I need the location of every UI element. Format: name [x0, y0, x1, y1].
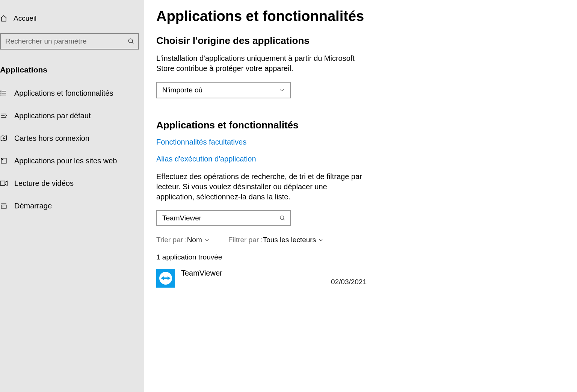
nav-startup[interactable]: Démarrage — [0, 194, 144, 217]
nav-video-playback[interactable]: Lecture de vidéos — [0, 172, 144, 194]
teamviewer-icon — [156, 269, 175, 288]
nav-apps-features[interactable]: Applications et fonctionnalités — [0, 82, 144, 104]
svg-line-1 — [132, 42, 133, 44]
app-row-teamviewer[interactable]: TeamViewer 02/03/2021 — [156, 269, 367, 288]
svg-marker-21 — [168, 276, 171, 280]
list-icon — [0, 90, 8, 96]
svg-rect-16 — [1, 205, 6, 208]
sort-filter-row: Trier par : Nom Filtrer par : Tous les l… — [156, 236, 562, 244]
svg-point-7 — [1, 95, 2, 96]
origin-dropdown-value: N'importe où — [162, 86, 202, 94]
apps-search-input[interactable] — [156, 210, 291, 226]
nav-apps-websites[interactable]: Applications pour les sites web — [0, 149, 144, 172]
nav-label: Applications pour les sites web — [14, 157, 117, 165]
chevron-down-icon — [318, 237, 323, 243]
svg-point-5 — [1, 91, 2, 92]
nav-label: Lecture de vidéos — [14, 179, 74, 188]
app-name: TeamViewer — [181, 269, 222, 277]
exec-alias-link[interactable]: Alias d'exécution d'application — [156, 155, 562, 163]
defaults-icon — [0, 112, 8, 119]
svg-point-18 — [280, 216, 284, 219]
origin-text: L'installation d'applications uniquement… — [156, 53, 367, 74]
svg-point-6 — [1, 93, 2, 93]
nav-label: Démarrage — [14, 202, 52, 210]
nav-label: Cartes hors connexion — [14, 134, 89, 143]
origin-dropdown[interactable]: N'importe où — [156, 82, 291, 98]
nav-label: Applications et fonctionnalités — [14, 89, 113, 98]
home-label: Accueil — [14, 14, 36, 23]
filter-label: Filtrer par : — [228, 236, 263, 244]
startup-icon — [0, 202, 8, 209]
apps-heading: Applications et fonctionnalités — [156, 119, 562, 131]
home-nav[interactable]: Accueil — [0, 11, 144, 26]
svg-marker-15 — [5, 181, 7, 185]
apps-search — [156, 210, 291, 226]
svg-line-19 — [283, 219, 284, 220]
video-icon — [0, 180, 8, 186]
page-title: Applications et fonctionnalités — [156, 8, 562, 24]
nav-label: Applications par défaut — [14, 112, 91, 120]
filter-by[interactable]: Filtrer par : Tous les lecteurs — [228, 236, 323, 244]
svg-rect-22 — [163, 277, 168, 279]
search-icon — [279, 215, 285, 221]
sidebar-search — [0, 33, 139, 50]
origin-heading: Choisir l'origine des applications — [156, 35, 562, 47]
chevron-down-icon — [279, 87, 285, 93]
sort-by[interactable]: Trier par : Nom — [156, 236, 210, 244]
result-count: 1 application trouvée — [156, 253, 562, 261]
sidebar-section-title: Applications — [0, 65, 144, 74]
home-icon — [0, 15, 8, 22]
svg-rect-14 — [0, 181, 5, 185]
nav-offline-maps[interactable]: Cartes hors connexion — [0, 127, 144, 149]
svg-marker-20 — [161, 276, 164, 280]
sidebar: Accueil Applications Applications et fon… — [0, 0, 144, 392]
filter-value: Tous les lecteurs — [263, 236, 316, 244]
open-external-icon — [0, 157, 8, 164]
optional-features-link[interactable]: Fonctionnalités facultatives — [156, 138, 562, 146]
main-content: Applications et fonctionnalités Choisir … — [144, 0, 577, 392]
sort-label: Trier par : — [156, 236, 187, 244]
app-date: 02/03/2021 — [331, 278, 367, 286]
sidebar-search-input[interactable] — [0, 33, 139, 50]
svg-point-0 — [128, 39, 133, 43]
nav-default-apps[interactable]: Applications par défaut — [0, 104, 144, 127]
sort-value: Nom — [187, 236, 202, 244]
chevron-down-icon — [204, 237, 210, 243]
search-icon — [128, 38, 134, 45]
apps-text: Effectuez des opérations de recherche, d… — [156, 172, 367, 202]
map-download-icon — [0, 134, 8, 142]
